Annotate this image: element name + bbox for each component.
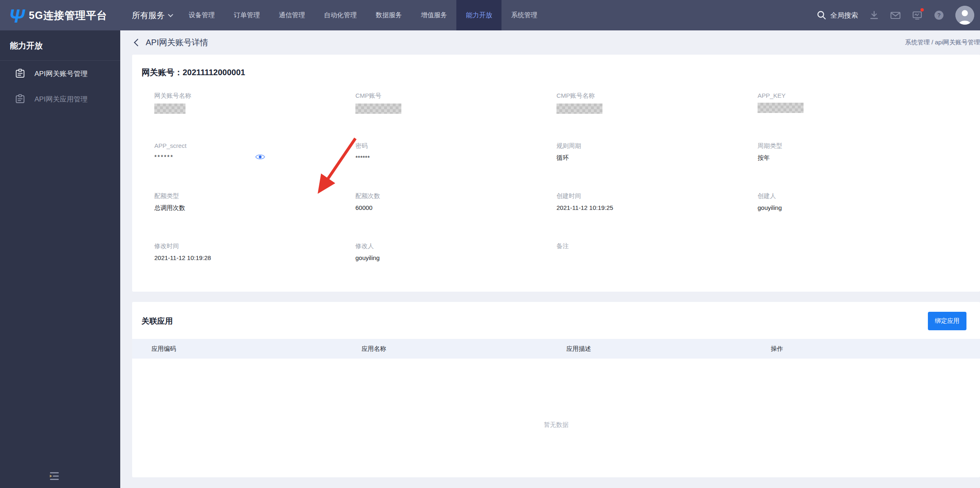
nav-item-system-mgmt[interactable]: 系统管理 [501,0,547,30]
page-title[interactable]: API网关账号详情 [146,37,208,48]
field-app-secret: APP_screct ****** [154,142,355,192]
related-apps-table-header: 应用编码 应用名称 应用描述 操作 [132,339,980,359]
field-cmp-account: CMP账号 [355,92,556,142]
sidebar-item-api-gateway-account[interactable]: API网关账号管理 [0,61,120,86]
detail-field-grid: 网关账号名称 CMP账号 CMP账号名称 APP_KEY APP_screct … [132,92,980,292]
field-cmp-account-name: CMP账号名称 [556,92,758,142]
monitor-icon [912,10,923,21]
avatar[interactable] [955,6,974,25]
field-create-time: 创建时间 2021-11-12 10:19:25 [556,192,758,242]
main-nav: 所有服务 设备管理 订单管理 通信管理 自动化管理 数据服务 增值服务 能力开放… [124,0,547,30]
nav-item-all-services[interactable]: 所有服务 [124,0,179,30]
clipboard-icon [15,68,25,79]
nav-item-comm-mgmt[interactable]: 通信管理 [269,0,314,30]
svg-text:?: ? [937,12,941,18]
sidebar: 能力开放 API网关账号管理 API网关应用管理 [0,30,120,488]
breadcrumb[interactable]: 系统管理 / api网关账号管理 [905,39,980,46]
person-icon [955,6,974,25]
related-apps-title: 关联应用 [132,302,980,327]
sidebar-collapse-icon[interactable] [48,471,60,483]
field-modify-time: 修改时间 2021-11-12 10:19:28 [154,242,355,292]
sidebar-item-api-gateway-app[interactable]: API网关应用管理 [0,86,120,112]
clipboard-icon [15,94,25,104]
gateway-account-title: 网关账号：20211112000001 [132,55,980,78]
main-content: API网关账号详情 系统管理 / api网关账号管理 网关账号：20211112… [120,30,980,488]
field-password: 密码 ****** [355,142,556,192]
empty-data-text: 暂无数据 [132,359,980,429]
masked-secret-value: ****** [154,153,174,160]
chevron-down-icon [168,12,174,17]
nav-item-data-service[interactable]: 数据服务 [366,0,411,30]
nav-item-all-services-label: 所有服务 [132,0,165,30]
col-app-desc: 应用描述 [547,345,751,353]
page-header: API网关账号详情 系统管理 / api网关账号管理 [120,30,980,55]
field-gateway-account-name: 网关账号名称 [154,92,355,142]
global-search-label: 全局搜索 [830,11,858,20]
app-title: 5G连接管理平台 [29,9,107,22]
masked-password-value: ****** [355,154,556,161]
top-navbar: Ψ 5G连接管理平台 所有服务 设备管理 订单管理 通信管理 自动化管理 数据服… [0,0,980,30]
field-rule-cycle: 规则周期 循环 [556,142,758,192]
help-icon[interactable]: ? [934,10,944,21]
nav-item-order-mgmt[interactable]: 订单管理 [224,0,269,30]
global-search[interactable]: 全局搜索 [817,10,858,20]
related-apps-card: 关联应用 绑定应用 应用编码 应用名称 应用描述 操作 暂无数据 [132,302,980,477]
nav-item-automation-mgmt[interactable]: 自动化管理 [314,0,366,30]
field-remark: 备注 [556,242,758,292]
col-app-name: 应用名称 [342,345,547,353]
redacted-value [556,104,602,114]
field-quota-count: 配额次数 60000 [355,192,556,242]
redacted-value [758,103,804,113]
notification-dot [920,8,924,12]
bind-app-button[interactable]: 绑定应用 [928,312,966,330]
navbar-actions: 全局搜索 ? [817,6,980,25]
sidebar-item-label: API网关应用管理 [34,94,87,104]
nav-item-capability-open[interactable]: 能力开放 [456,0,501,30]
field-creator: 创建人 gouyiling [758,192,959,242]
sidebar-title: 能力开放 [0,30,120,61]
field-quota-type: 配额类型 总调用次数 [154,192,355,242]
field-app-key: APP_KEY [758,92,959,142]
back-icon[interactable] [134,39,141,46]
redacted-value [154,104,185,114]
col-app-code: 应用编码 [132,345,342,353]
field-modifier: 修改人 gouyiling [355,242,556,292]
nav-item-device-mgmt[interactable]: 设备管理 [179,0,224,30]
gateway-account-detail-card: 网关账号：20211112000001 网关账号名称 CMP账号 CMP账号名称… [132,55,980,292]
sidebar-item-label: API网关账号管理 [34,69,87,78]
field-cycle-type: 周期类型 按年 [758,142,959,192]
col-actions: 操作 [751,345,980,353]
download-icon[interactable] [869,10,879,20]
search-icon [817,10,827,20]
nav-item-value-added-service[interactable]: 增值服务 [411,0,456,30]
monitor-icon-wrap[interactable] [912,10,923,21]
mail-icon[interactable] [890,10,901,20]
eye-icon[interactable] [255,154,266,160]
logo-icon: Ψ [9,7,25,25]
app-logo: Ψ 5G连接管理平台 [9,6,107,25]
redacted-value [355,104,401,114]
